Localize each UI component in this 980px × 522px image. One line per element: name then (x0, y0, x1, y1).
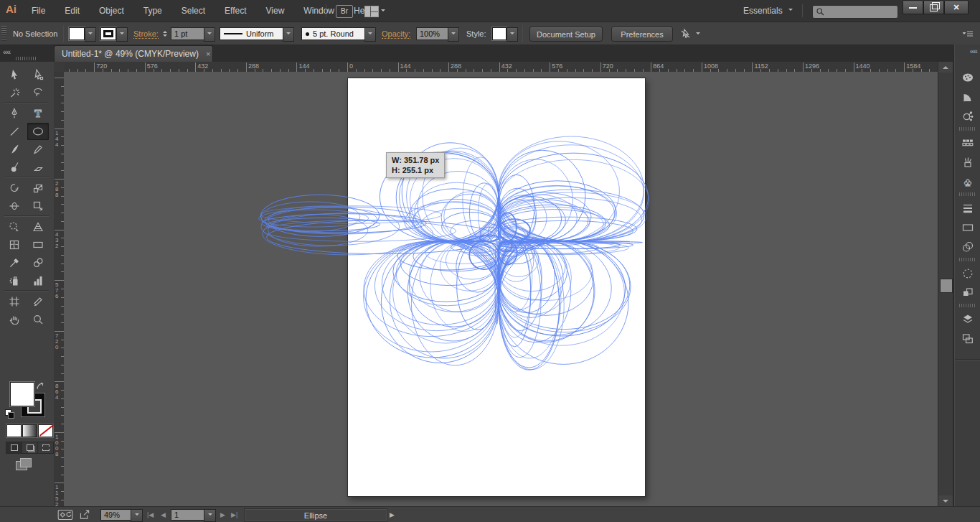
next-artboard-button[interactable]: ▶ (220, 511, 225, 518)
vertical-scroll-thumb[interactable] (940, 279, 953, 293)
artwork[interactable] (194, 101, 696, 409)
brush-dropdown[interactable] (364, 27, 376, 42)
panel-button-artboards[interactable] (955, 329, 980, 348)
draw-normal-button[interactable] (6, 442, 22, 454)
pencil-tool[interactable] (27, 141, 49, 158)
panel-button-transparency[interactable] (955, 237, 980, 256)
panel-button-graphic-styles[interactable] (955, 283, 980, 302)
scroll-down-button[interactable] (938, 495, 953, 506)
panel-group-grip[interactable] (959, 258, 976, 261)
eyedropper-tool[interactable] (4, 254, 25, 271)
menu-item-effect[interactable]: Effect (225, 6, 246, 16)
first-artboard-button[interactable]: |◀ (147, 511, 154, 518)
none-mode-button[interactable] (38, 424, 53, 437)
panel-flyout-icon[interactable] (961, 28, 974, 39)
toolbar-grip[interactable] (16, 57, 37, 60)
fill-color-dropdown[interactable] (85, 27, 96, 42)
menu-item-type[interactable]: Type (143, 6, 162, 16)
style-swatch[interactable] (492, 27, 507, 40)
panel-group-grip[interactable] (959, 127, 976, 131)
horizontal-ruler[interactable]: 7205764322881440144288432576720864100811… (64, 62, 938, 73)
artboard-number-dropdown[interactable] (204, 509, 216, 522)
menu-item-edit[interactable]: Edit (65, 6, 80, 16)
restore-button[interactable] (923, 1, 944, 14)
color-mode-button[interactable] (6, 424, 22, 437)
swap-fill-stroke-icon[interactable] (36, 382, 44, 391)
lasso-tool[interactable] (27, 84, 49, 101)
fill-color-swatch[interactable] (69, 27, 85, 40)
pen-tool[interactable] (4, 105, 25, 122)
panel-button-stroke[interactable] (955, 198, 980, 218)
line-segment-tool[interactable] (4, 123, 25, 140)
tab-close-icon[interactable]: × (206, 50, 210, 58)
close-button[interactable]: ✕ (944, 1, 969, 14)
opacity-dropdown[interactable] (448, 27, 459, 42)
default-fill-stroke-icon[interactable] (5, 409, 15, 418)
menu-item-window[interactable]: Window (303, 6, 334, 16)
panel-button-color[interactable] (955, 67, 980, 87)
draw-inside-button[interactable] (37, 442, 54, 454)
document-tab[interactable]: Untitled-1* @ 49% (CMYK/Preview) × (54, 45, 213, 62)
previous-artboard-button[interactable]: ◀ (161, 511, 166, 518)
last-artboard-button[interactable]: ▶| (231, 511, 237, 518)
screen-mode-button[interactable] (16, 458, 32, 471)
scroll-up-button[interactable] (938, 62, 953, 73)
blend-tool[interactable] (27, 254, 49, 271)
ellipse-tool[interactable] (27, 123, 49, 140)
fill-indicator[interactable] (10, 382, 34, 406)
expand-panels-icon[interactable]: «« (970, 47, 977, 55)
status-display[interactable]: Ellipse (244, 508, 387, 522)
document-setup-button[interactable]: Document Setup (529, 27, 603, 42)
panel-button-brushes[interactable] (955, 152, 980, 172)
stroke-weight-stepper[interactable] (161, 27, 169, 40)
type-tool[interactable]: T (27, 105, 49, 122)
rotate-tool[interactable] (4, 180, 25, 197)
ruler-corner[interactable] (54, 62, 65, 73)
stroke-link[interactable]: Stroke: (133, 29, 159, 39)
draw-behind-button[interactable] (22, 442, 38, 454)
sync-settings-icon[interactable] (57, 510, 73, 520)
free-transform-tool[interactable] (27, 197, 49, 215)
panel-group-grip[interactable] (959, 192, 976, 196)
collapse-toolbar-icon[interactable]: «« (3, 47, 10, 56)
panel-button-recolor-artwork[interactable] (955, 106, 980, 126)
eraser-tool[interactable] (27, 159, 49, 176)
bridge-button[interactable]: Br (336, 5, 353, 18)
panel-button-swatches[interactable] (955, 133, 980, 152)
zoom-tool[interactable] (27, 311, 49, 328)
hand-tool[interactable] (4, 311, 25, 328)
vertical-ruler[interactable]: 1 4 42 8 84 3 25 7 67 2 08 6 41 0 0 81 1… (54, 72, 65, 506)
column-graph-tool[interactable] (27, 272, 49, 289)
perspective-grid-tool[interactable] (27, 218, 49, 236)
arrange-documents-icon[interactable] (364, 6, 379, 17)
status-expand-arrow[interactable]: ▶ (390, 511, 395, 518)
export-icon[interactable] (79, 510, 91, 520)
menu-item-object[interactable]: Object (99, 6, 124, 16)
panel-button-symbols[interactable]: ♣ (955, 172, 980, 191)
search-input[interactable] (812, 5, 898, 19)
panel-button-gradient[interactable] (955, 218, 980, 237)
zoom-level-dropdown[interactable] (131, 509, 143, 522)
stroke-profile-field[interactable]: Uniform (220, 27, 290, 40)
gradient-mode-button[interactable] (22, 424, 37, 437)
scale-tool[interactable] (27, 180, 49, 197)
stroke-weight-dropdown[interactable] (204, 27, 215, 42)
panel-button-color-guide[interactable] (955, 87, 980, 106)
mesh-tool[interactable] (4, 236, 25, 253)
panel-grip[interactable] (1, 26, 6, 41)
canvas[interactable]: W: 351.78 px H: 255.1 px (64, 72, 938, 506)
panel-button-appearance[interactable] (955, 264, 980, 283)
shape-builder-tool[interactable] (4, 218, 25, 236)
menu-item-view[interactable]: View (266, 6, 285, 16)
slice-tool[interactable] (27, 293, 49, 310)
gradient-tool[interactable] (27, 236, 49, 253)
brush-field[interactable]: 5 pt. Round (301, 27, 372, 40)
style-dropdown[interactable] (507, 27, 518, 42)
artboard-tool[interactable] (4, 293, 25, 310)
preferences-button[interactable]: Preferences (611, 27, 673, 42)
symbol-sprayer-tool[interactable] (4, 272, 25, 289)
blob-brush-tool[interactable] (4, 159, 25, 176)
arrange-documents-dropdown[interactable] (381, 9, 385, 14)
magic-wand-tool[interactable] (4, 84, 25, 101)
panel-group-grip[interactable] (959, 304, 976, 307)
